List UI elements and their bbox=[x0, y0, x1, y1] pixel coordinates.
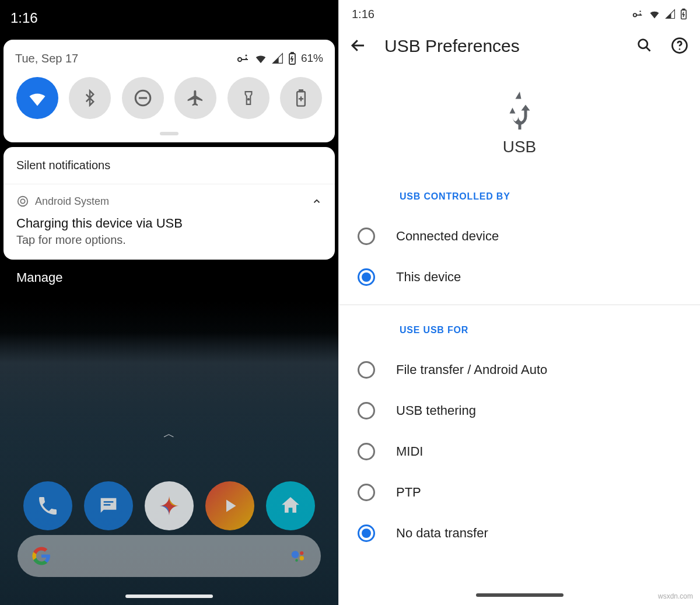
signal-icon bbox=[665, 9, 676, 19]
radio-icon bbox=[358, 443, 375, 460]
radio-label: No data transfer bbox=[396, 526, 488, 541]
assistant-icon bbox=[289, 547, 307, 565]
app-messages[interactable] bbox=[84, 481, 133, 530]
app-bar: USB Preferences bbox=[339, 28, 700, 71]
radio-label: USB tethering bbox=[396, 403, 476, 418]
qs-header: Tue, Sep 17 61% bbox=[12, 51, 327, 77]
android-system-icon bbox=[16, 195, 29, 208]
app-launcher[interactable] bbox=[266, 481, 315, 530]
toggle-wifi[interactable] bbox=[16, 77, 58, 119]
silent-notifications-header: Silent notifications bbox=[4, 147, 335, 184]
qs-drag-handle[interactable] bbox=[160, 132, 178, 135]
back-button[interactable] bbox=[349, 37, 368, 55]
usb-hero: USB bbox=[339, 71, 700, 186]
search-bar[interactable] bbox=[18, 535, 321, 577]
status-time: 1:16 bbox=[10, 10, 38, 26]
svg-marker-17 bbox=[226, 500, 236, 512]
radio-label: PTP bbox=[396, 485, 421, 500]
svg-point-3 bbox=[245, 55, 247, 57]
radio-icon bbox=[358, 484, 375, 501]
svg-point-25 bbox=[639, 11, 640, 12]
toggle-dnd[interactable] bbox=[122, 77, 164, 119]
notification-shade-screen: 1:16 Tue, Sep 17 61% bbox=[0, 0, 338, 605]
notification-item[interactable]: Android System Charging this device via … bbox=[4, 184, 335, 260]
battery-percent: 61% bbox=[301, 52, 323, 65]
status-bar: 1:16 bbox=[0, 0, 338, 36]
wifi-icon bbox=[649, 8, 660, 20]
toggle-flashlight[interactable] bbox=[228, 77, 270, 119]
svg-point-18 bbox=[292, 551, 299, 558]
radio-icon bbox=[358, 361, 375, 379]
qs-status-icons: 61% bbox=[236, 51, 323, 65]
battery-icon bbox=[680, 8, 687, 20]
svg-rect-27 bbox=[682, 9, 684, 10]
app-phone[interactable] bbox=[23, 481, 72, 530]
svg-point-8 bbox=[247, 99, 249, 100]
svg-rect-23 bbox=[636, 15, 642, 16]
status-icons bbox=[631, 8, 687, 20]
svg-point-14 bbox=[20, 199, 24, 203]
qs-date: Tue, Sep 17 bbox=[15, 52, 78, 65]
radio-icon bbox=[358, 402, 375, 419]
section-use-for-header: USE USB FOR bbox=[339, 319, 700, 349]
toggle-airplane[interactable] bbox=[174, 77, 216, 119]
svg-point-32 bbox=[679, 48, 681, 50]
battery-icon bbox=[288, 52, 296, 65]
svg-point-19 bbox=[300, 551, 303, 555]
toggle-battery-saver[interactable] bbox=[280, 77, 322, 119]
help-button[interactable] bbox=[671, 37, 690, 55]
dock bbox=[0, 481, 338, 530]
radio-usb-tethering[interactable]: USB tethering bbox=[339, 390, 700, 431]
radio-this-device[interactable]: This device bbox=[339, 257, 700, 298]
usb-hero-label: USB bbox=[503, 138, 537, 156]
svg-rect-10 bbox=[299, 90, 302, 92]
app-photos[interactable] bbox=[145, 481, 194, 530]
notification-title: Charging this device via USB bbox=[16, 216, 322, 231]
notification-card: Silent notifications Android System Char… bbox=[4, 147, 335, 260]
notification-subtitle: Tap for more options. bbox=[16, 233, 322, 247]
svg-point-29 bbox=[639, 40, 648, 48]
svg-point-20 bbox=[300, 556, 304, 561]
notification-source: Android System bbox=[35, 195, 109, 208]
gesture-nav-handle[interactable] bbox=[476, 593, 564, 597]
radio-label: This device bbox=[396, 270, 461, 285]
radio-midi[interactable]: MIDI bbox=[339, 431, 700, 472]
manage-button[interactable]: Manage bbox=[0, 260, 338, 296]
gesture-nav-handle[interactable] bbox=[125, 594, 213, 598]
svg-rect-24 bbox=[640, 13, 641, 16]
svg-point-13 bbox=[18, 197, 28, 207]
radio-ptp[interactable]: PTP bbox=[339, 472, 700, 513]
qs-toggles bbox=[12, 77, 327, 130]
page-title: USB Preferences bbox=[384, 36, 620, 56]
radio-label: File transfer / Android Auto bbox=[396, 362, 547, 377]
signal-icon bbox=[272, 53, 284, 64]
section-controlled-by-header: USB CONTROLLED BY bbox=[339, 186, 700, 216]
svg-rect-5 bbox=[291, 53, 293, 54]
radio-connected-device[interactable]: Connected device bbox=[339, 216, 700, 257]
app-play-music[interactable] bbox=[205, 481, 254, 530]
chevron-up-icon[interactable] bbox=[312, 196, 322, 207]
status-bar: 1:16 bbox=[339, 0, 700, 28]
radio-file-transfer[interactable]: File transfer / Android Auto bbox=[339, 349, 700, 390]
radio-label: MIDI bbox=[396, 444, 423, 459]
svg-rect-2 bbox=[246, 58, 247, 60]
google-g-icon bbox=[32, 546, 51, 566]
wifi-icon bbox=[254, 52, 267, 65]
radio-icon bbox=[358, 524, 375, 542]
radio-icon bbox=[358, 268, 375, 286]
vpn-key-icon bbox=[631, 8, 644, 20]
section-divider bbox=[339, 305, 700, 305]
usb-preferences-screen: 1:16 USB Preferences bbox=[338, 0, 700, 605]
search-button[interactable] bbox=[636, 37, 654, 55]
radio-icon bbox=[358, 228, 375, 245]
svg-point-21 bbox=[295, 559, 298, 562]
radio-label: Connected device bbox=[396, 229, 499, 244]
quick-settings-panel: Tue, Sep 17 61% bbox=[4, 40, 335, 142]
vpn-key-icon bbox=[236, 51, 250, 65]
svg-rect-1 bbox=[241, 59, 248, 60]
svg-line-30 bbox=[646, 47, 650, 51]
status-time: 1:16 bbox=[352, 8, 374, 21]
toggle-bluetooth[interactable] bbox=[69, 77, 111, 119]
radio-no-data-transfer[interactable]: No data transfer bbox=[339, 513, 700, 554]
app-drawer-caret-icon[interactable]: ︿ bbox=[163, 426, 175, 442]
